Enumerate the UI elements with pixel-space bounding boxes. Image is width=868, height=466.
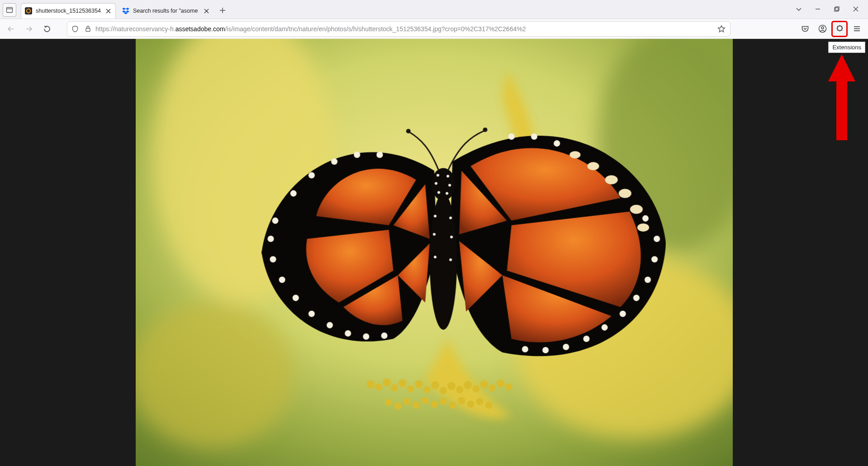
close-icon xyxy=(204,9,209,14)
svg-point-90 xyxy=(522,346,528,352)
svg-line-13 xyxy=(854,7,858,11)
svg-point-54 xyxy=(440,398,447,405)
svg-point-45 xyxy=(489,384,496,391)
account-button[interactable] xyxy=(815,21,830,37)
reload-button[interactable] xyxy=(40,22,54,36)
tracking-protection-icon[interactable] xyxy=(70,24,80,34)
app-menu-button[interactable] xyxy=(849,21,864,37)
svg-point-59 xyxy=(485,401,492,409)
arrow-left-icon xyxy=(7,25,15,33)
svg-point-103 xyxy=(433,215,436,218)
bookmark-star-button[interactable] xyxy=(716,23,727,35)
svg-point-109 xyxy=(406,129,410,133)
svg-point-102 xyxy=(446,192,448,195)
svg-rect-17 xyxy=(86,29,90,32)
svg-point-69 xyxy=(381,333,387,339)
pocket-button[interactable] xyxy=(797,21,813,37)
svg-point-57 xyxy=(467,400,474,408)
svg-point-43 xyxy=(472,385,479,392)
svg-point-56 xyxy=(458,397,465,404)
svg-point-97 xyxy=(436,174,439,176)
svg-point-92 xyxy=(531,133,537,140)
navigation-toolbar: https://natureconservancy-h.assetsadobe.… xyxy=(0,19,868,39)
svg-point-89 xyxy=(542,347,549,353)
svg-point-34 xyxy=(398,379,406,387)
svg-point-93 xyxy=(508,133,514,140)
recent-browsing-button[interactable] xyxy=(3,3,16,17)
back-button[interactable] xyxy=(4,22,18,36)
reload-icon xyxy=(43,25,51,33)
annotation-arrow xyxy=(828,54,855,142)
svg-point-86 xyxy=(601,324,607,331)
svg-point-31 xyxy=(375,383,382,390)
svg-point-28 xyxy=(136,302,294,447)
tab-close-button[interactable] xyxy=(104,7,112,14)
svg-point-73 xyxy=(354,152,360,158)
svg-point-32 xyxy=(383,378,391,386)
extensions-tooltip: Extensions xyxy=(828,42,865,53)
svg-point-76 xyxy=(618,189,631,198)
svg-point-63 xyxy=(279,276,285,283)
svg-point-107 xyxy=(433,256,436,258)
svg-point-52 xyxy=(421,397,428,404)
svg-point-101 xyxy=(437,191,440,194)
svg-point-50 xyxy=(403,398,410,405)
svg-point-48 xyxy=(385,399,392,406)
svg-point-79 xyxy=(587,162,599,170)
svg-point-105 xyxy=(432,233,435,236)
svg-point-98 xyxy=(446,175,449,177)
svg-point-108 xyxy=(449,258,452,261)
svg-point-85 xyxy=(619,311,626,317)
tab-shutterstock-image[interactable]: shutterstock_1512536354.jpg (J xyxy=(21,3,116,19)
window-controls xyxy=(792,2,865,16)
svg-point-62 xyxy=(270,256,276,262)
window-close-button[interactable] xyxy=(849,2,863,16)
puzzle-piece-icon xyxy=(835,24,844,33)
window-maximize-button[interactable] xyxy=(830,2,844,16)
svg-point-55 xyxy=(449,401,456,409)
svg-point-20 xyxy=(821,27,823,29)
svg-point-36 xyxy=(414,380,422,388)
svg-point-35 xyxy=(407,385,414,392)
lock-icon[interactable] xyxy=(83,24,93,34)
window-minimize-button[interactable] xyxy=(811,2,825,16)
forward-button[interactable] xyxy=(22,22,36,36)
url-host: assetsadobe.com xyxy=(175,25,225,33)
close-icon xyxy=(106,9,111,14)
maximize-icon xyxy=(834,6,840,12)
svg-point-42 xyxy=(464,381,472,389)
extensions-button[interactable] xyxy=(832,21,847,37)
image-file-icon xyxy=(25,7,32,14)
arrow-up-icon xyxy=(828,54,855,140)
url-text[interactable]: https://natureconservancy-h.assetsadobe.… xyxy=(95,25,713,33)
url-prefix: https://natureconservancy-h. xyxy=(95,25,175,33)
svg-point-61 xyxy=(267,236,274,242)
tooltip-text: Extensions xyxy=(832,44,861,51)
svg-point-40 xyxy=(447,382,455,390)
star-icon xyxy=(717,25,726,33)
new-tab-button[interactable] xyxy=(216,4,229,17)
list-all-tabs-button[interactable] xyxy=(792,2,806,16)
butterfly-photo xyxy=(136,39,733,466)
svg-point-41 xyxy=(456,386,463,393)
svg-point-64 xyxy=(292,295,299,301)
tab-close-button[interactable] xyxy=(203,7,210,14)
hamburger-icon xyxy=(853,25,861,33)
svg-point-91 xyxy=(554,140,560,147)
svg-point-53 xyxy=(430,400,437,408)
svg-point-30 xyxy=(366,380,375,388)
url-bar[interactable]: https://natureconservancy-h.assetsadobe.… xyxy=(67,21,730,37)
arrow-right-icon xyxy=(25,25,33,33)
tab-dropbox-search[interactable]: Search results for "asome scree xyxy=(119,3,213,19)
svg-point-99 xyxy=(435,182,437,185)
plus-icon xyxy=(219,7,226,14)
tab-title: shutterstock_1512536354.jpg (J xyxy=(36,8,101,14)
svg-rect-0 xyxy=(7,8,13,13)
svg-point-66 xyxy=(326,322,332,328)
svg-point-38 xyxy=(431,381,439,389)
chevron-down-icon xyxy=(796,6,802,12)
svg-point-78 xyxy=(637,223,649,232)
svg-point-77 xyxy=(630,205,642,214)
svg-point-60 xyxy=(272,218,278,224)
svg-point-37 xyxy=(423,386,430,393)
